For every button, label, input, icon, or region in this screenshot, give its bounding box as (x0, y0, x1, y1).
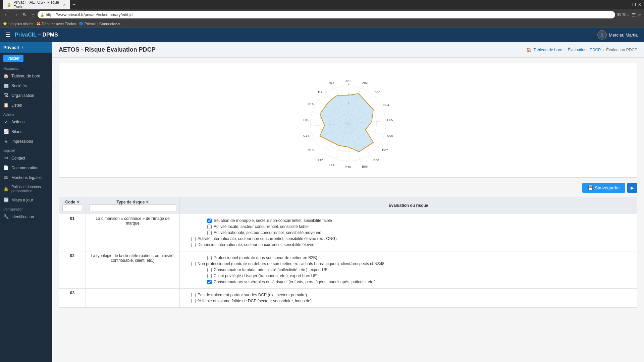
eval-checkbox[interactable] (207, 256, 212, 260)
eval-checkbox[interactable] (207, 268, 212, 272)
row-type-01: La dimension « confiance » de l'image de… (86, 214, 180, 251)
col-header-eval: Évaluation du risque (180, 197, 637, 214)
sidebar-brand-arrow: ▼ (21, 46, 24, 49)
bookmark-btn[interactable]: ☆ (637, 12, 641, 17)
svg-text:D08: D08 (373, 159, 379, 162)
svg-text:F11: F11 (329, 163, 334, 167)
sidebar-item-actions[interactable]: ✓ Actions (0, 117, 52, 127)
close-btn[interactable]: ✕ (638, 2, 641, 7)
list-icon: 📋 (3, 103, 9, 108)
eval-label: Dimension internationale, secteur concur… (198, 242, 314, 247)
sidebar-item-label: Listes (11, 103, 22, 108)
sidebar-item-politique[interactable]: 🔒 Politique données personnelles (0, 182, 52, 195)
bookmark-privacil[interactable]: 🔵 Privacil | Connectez-v... (79, 21, 123, 26)
svg-text:A01: A01 (345, 79, 351, 83)
user-name: Mercier, Martial (609, 33, 639, 38)
bookmark-visited[interactable]: ⭐ Les plus visités (3, 21, 34, 26)
eval-checkbox[interactable] (191, 299, 196, 303)
content-area: 1 2 3 4 (52, 58, 644, 313)
eval-checkbox[interactable] (191, 293, 196, 297)
row-eval-02: Professionnel (contrate dans son coeur d… (180, 251, 637, 289)
new-tab-btn[interactable]: + (72, 2, 75, 8)
eval-checkbox[interactable] (207, 231, 212, 235)
eval-checkbox[interactable] (191, 262, 196, 266)
sidebar-item-label: Mises à jour (11, 198, 33, 202)
svg-text:C06: C06 (387, 134, 393, 137)
browser-tabs: 🔒 Privacil | AETOS - Risque Évalu... ✕ +… (0, 0, 644, 9)
sidebar-item-mentions-legales[interactable]: ⚖ Mentions légales (0, 173, 52, 182)
sort-icon-type[interactable]: ⇅ (146, 200, 149, 204)
eval-item: Dimension internationale, secteur concur… (186, 242, 631, 248)
minimize-btn[interactable]: — (626, 2, 630, 7)
url-text: https://www.privacil.fr/private/risksumm… (46, 12, 133, 17)
sidebar-item-impressions[interactable]: 🖨 Impressions (0, 136, 52, 146)
breadcrumb-evaluations[interactable]: Évaluations PDCP (568, 48, 601, 52)
next-button[interactable]: ▶ (627, 183, 637, 193)
restore-btn[interactable]: ❐ (632, 2, 636, 7)
col-header-code: Code ⇅ (59, 197, 86, 214)
filter-type-input[interactable] (89, 204, 176, 211)
eval-item: Activité nationale, secteur concurrentie… (186, 230, 631, 236)
sidebar-item-documentation[interactable]: 📄 Documentation (0, 163, 52, 173)
sidebar-item-tableau-de-bord[interactable]: 🏠 Tableau de bord (0, 71, 52, 81)
print-icon: 🖨 (3, 139, 9, 144)
save-row: 💾 Sauvegarder ▶ (59, 183, 637, 193)
eval-checkbox[interactable] (191, 237, 196, 241)
section-label-logiciel: Logiciel (0, 146, 52, 153)
forward-btn[interactable]: → (12, 11, 19, 18)
save-button[interactable]: 💾 Sauvegarder (582, 183, 625, 193)
sidebar-brand-label: Privacil (3, 45, 19, 50)
table-row: 02 La typologie de la clientèle (patient… (59, 251, 637, 289)
back-btn[interactable]: ← (3, 11, 10, 18)
sidebar-brand[interactable]: Privacil ▼ (0, 42, 52, 53)
eval-label: Non professionnel (contrate en dehors de… (198, 261, 384, 266)
sidebar-item-organisation[interactable]: 🏗 Organisation ‹ (0, 90, 52, 100)
eval-item: Professionnel (contrate dans son coeur d… (186, 255, 631, 261)
eval-label: Activité internationale, secteur non con… (198, 236, 337, 241)
eval-section: Professionnel (contrate dans son coeur d… (183, 253, 634, 286)
reader-btn[interactable]: ☰ (632, 12, 636, 17)
breadcrumb-tableau[interactable]: Tableau de bord (533, 48, 562, 52)
eval-checkbox[interactable] (191, 243, 196, 247)
validate-button[interactable]: Valider (3, 55, 23, 62)
sort-icon-code[interactable]: ⇅ (77, 200, 79, 204)
save-icon: 💾 (588, 185, 593, 190)
eval-label: Consommateurs vulnérables ou 'à risque' … (214, 280, 376, 284)
tab-close-btn[interactable]: ✕ (63, 3, 66, 7)
bookmark-firefox[interactable]: 🦊 Débuter avec Firefox (36, 21, 76, 26)
logo-accent: PrivaCIL (15, 32, 37, 38)
reload-btn[interactable]: ↻ (21, 11, 28, 18)
row-eval-01: Situation de monopole, secteur non-concu… (180, 214, 637, 251)
sidebar-item-label: Contact (11, 156, 25, 161)
check-icon: ✓ (3, 119, 9, 124)
sidebar-item-societes[interactable]: 🏢 Sociétés ‹ (0, 81, 52, 90)
address-bar[interactable]: 🔒 https://www.privacil.fr/private/risksu… (38, 11, 615, 18)
eval-checkbox[interactable] (207, 274, 212, 278)
sidebar-item-label: Documentation (11, 166, 39, 170)
more-btn[interactable]: ··· (627, 12, 631, 17)
eval-item: Pas de traitement portant sur des DCP (e… (186, 292, 631, 298)
col-header-type: Type de risque ⇅ (86, 197, 180, 214)
section-label-navigation: Navigation (0, 64, 52, 71)
eval-item: % faible et volume faible de DCP (secteu… (186, 298, 631, 304)
type-col-label: Type de risque (117, 200, 145, 204)
radar-grid: 1 2 3 4 (303, 79, 393, 169)
eval-checkbox[interactable] (207, 280, 212, 284)
sidebar-item-bilans[interactable]: 📈 Bilans (0, 127, 52, 136)
hamburger-menu-btn[interactable]: ☰ (5, 31, 11, 39)
sidebar-item-identification[interactable]: 🔧 Identification (0, 212, 52, 222)
sidebar-item-listes[interactable]: 📋 Listes ‹ (0, 100, 52, 110)
eval-item: Situation de monopole, secteur non-concu… (186, 218, 631, 224)
filter-code-input[interactable] (62, 204, 82, 211)
sidebar-item-mises-a-jour[interactable]: 🔄 Mises à jour (0, 195, 52, 205)
eval-label: Consommateur lambda; administré (collect… (214, 267, 327, 272)
user-info: 👤 Mercier, Martial (597, 30, 639, 40)
sidebar-item-contact[interactable]: ✉ Contact (0, 153, 52, 163)
svg-text:F12: F12 (317, 159, 323, 162)
eval-checkbox[interactable] (207, 219, 212, 223)
lock-icon: 🔒 (3, 186, 9, 191)
eval-checkbox[interactable] (207, 225, 212, 229)
chevron-right-icon: ‹ (48, 94, 49, 97)
home-btn[interactable]: ⌂ (30, 11, 36, 18)
sidebar-item-label: Mentions légales (11, 175, 42, 180)
